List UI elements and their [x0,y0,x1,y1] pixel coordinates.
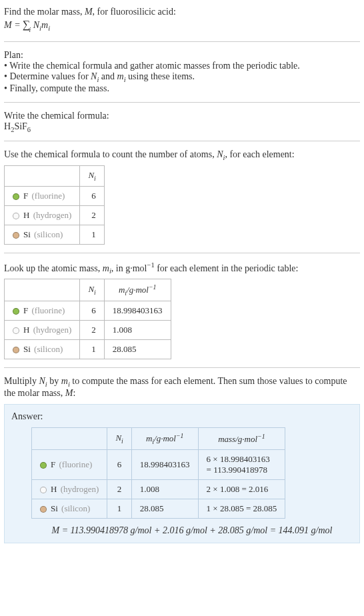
table-row: F (fluorine) 6 18.998403163 6 × 18.99840… [32,449,285,479]
divider [4,141,360,141]
elem-cell: F (fluorine) [32,449,107,479]
elem-cell: H (hydrogen) [32,479,107,499]
dot-icon [40,506,47,513]
elem-sym: Si [51,503,58,513]
m-cell: 18.998403163 [104,301,171,321]
divider [4,41,360,42]
m-cell: 1.008 [131,479,198,499]
final-result: M = 113.990418978 g/mol + 2.016 g/mol + … [31,525,353,536]
elem-cell: H (hydrogen) [5,321,80,340]
m-cell: 28.085 [104,340,171,359]
elem-sym: F [51,459,55,469]
calc-cell: 1 × 28.085 = 28.085 [198,499,285,518]
header-Ni: Ni [80,279,104,301]
text: for each element in the periodic table: [155,263,299,273]
elem-sym: H [23,210,29,220]
text: , in g·mol [111,263,147,273]
mass-text: Look up the atomic mass, mi, in g·mol−1 … [4,261,360,275]
eq-lhs: M = [4,20,23,30]
plan-bullet: • Write the chemical formula and gather … [4,61,360,71]
dot-icon [13,213,19,219]
empty-header [32,428,107,450]
table-row: H (hydrogen) 2 1.008 [5,321,171,340]
m-cell: 18.998403163 [131,449,198,479]
intro-equation: M = ∑i Nimi [4,19,360,33]
empty-header [5,279,80,301]
text: , for fluorosilicic acid: [93,7,176,17]
sigma-sub: i [29,26,31,33]
dot-icon [13,232,19,239]
intro-line1: Find the molar mass, M, for fluorosilici… [4,7,360,17]
calc-cell: 6 × 18.998403163= 113.990418978 [198,449,285,479]
text: , for each element: [225,149,294,159]
elem-name: (hydrogen) [33,325,72,335]
dot-icon [13,327,19,334]
var-M: M [85,7,93,17]
elem-sym: F [23,191,28,201]
dot-icon [40,487,47,493]
var-M: M [65,388,73,398]
elem-name: (fluorine) [31,191,65,201]
mass-section: Look up the atomic mass, mi, in g·mol−1 … [4,259,360,362]
text: Multiply [4,376,39,386]
m-cell: 28.085 [131,499,198,518]
table-row: Si (silicon) 1 28.085 1 × 28.085 = 28.08… [32,499,285,518]
answer-inner: Ni mi/g·mol−1 mass/g·mol−1 F (fluorine) … [31,427,353,536]
plan-bullet: • Determine values for Ni and mi using t… [4,71,360,83]
header-Ni: Ni [107,428,131,450]
count-text: Use the chemical formula to count the nu… [4,149,360,161]
elem-name: (hydrogen) [61,484,99,494]
elem-cell: Si (silicon) [32,499,107,518]
elem-name: (silicon) [61,503,90,513]
text: Look up the atomic mass, [4,263,103,273]
elem-name: (silicon) [34,344,63,354]
elem-cell: F (fluorine) [5,186,80,205]
n-cell: 6 [80,301,104,321]
n-cell: 2 [80,321,104,340]
exp: −1 [147,261,154,269]
table-row: F (fluorine) 6 [5,186,105,205]
plan-title: Plan: [4,50,360,61]
dot-icon [13,347,19,353]
chem-formula-section: Write the chemical formula: H2SiF6 [4,108,360,136]
divider [4,102,360,103]
n-cell: 6 [107,449,131,479]
text: • Determine values for [4,71,91,81]
count-section: Use the chemical formula to count the nu… [4,147,360,247]
mass-table: Ni mi/g·mol−1 F (fluorine) 6 18.99840316… [4,279,171,359]
var-m: m [41,20,48,30]
n-cell: 6 [80,186,104,205]
table-header-row: Ni mi/g·mol−1 [5,279,171,301]
text: and [99,71,117,81]
text: : [73,388,75,398]
n-cell: 1 [80,225,104,244]
elem-sym: H [23,325,29,335]
var-M: M [52,525,60,535]
var-N: N [39,376,45,386]
table-header-row: Ni [5,166,105,187]
n-cell: 1 [80,340,104,359]
elem-name: (hydrogen) [33,210,72,220]
var-m: m [117,71,124,81]
header-mi: mi/g·mol−1 [104,279,171,301]
dot-icon [13,193,19,200]
header-mass: mass/g·mol−1 [198,428,285,450]
elem-F: F [22,121,27,131]
sub-i: i [48,25,50,32]
chem-title: Write the chemical formula: [4,111,360,121]
m-cell: 1.008 [104,321,171,340]
calc-cell: 2 × 1.008 = 2.016 [198,479,285,499]
answer-box: Answer: Ni mi/g·mol−1 mass/g·mol−1 F (fl… [4,404,360,543]
elem-Si: Si [14,121,22,131]
header-Ni: Ni [80,166,104,187]
text: by [47,376,61,386]
elem-sym: H [51,484,57,494]
elem-cell: Si (silicon) [5,225,80,244]
intro-section: Find the molar mass, M, for fluorosilici… [4,4,360,36]
answer-title: Answer: [11,411,353,422]
elem-H: H [4,121,11,131]
var-m: m [103,263,109,273]
empty-header [5,166,80,187]
divider [4,367,360,368]
text: Use the chemical formula to count the nu… [4,149,217,159]
